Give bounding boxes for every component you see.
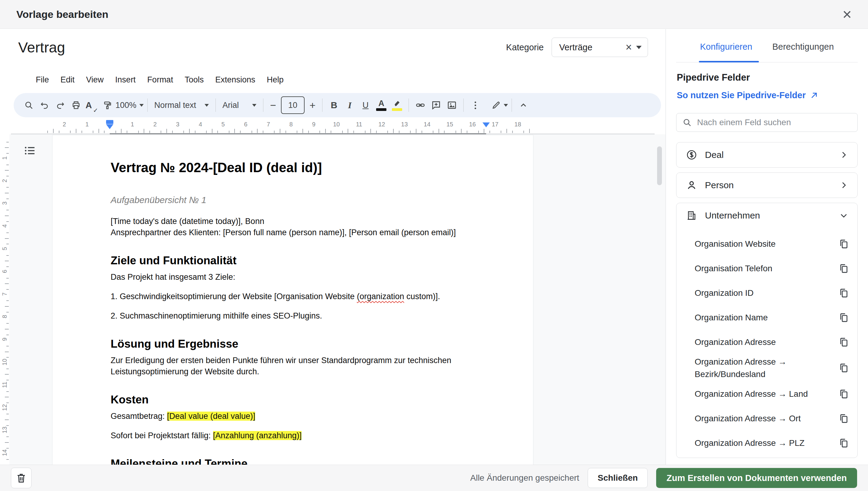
menu-item[interactable]: Extensions: [215, 75, 255, 85]
first-line-indent-marker[interactable]: [106, 124, 113, 129]
chevron-up-icon: [519, 100, 528, 110]
chevron-down-icon: [504, 104, 508, 107]
text-color-button[interactable]: A: [373, 96, 389, 114]
search-button[interactable]: [21, 96, 37, 114]
menu-item[interactable]: File: [36, 75, 49, 85]
field-row: Organisation Telefon: [676, 256, 858, 281]
font-size-input[interactable]: 10: [281, 96, 305, 114]
doc-heading-solution: Lösung und Ergebnisse: [111, 337, 488, 351]
menu-item[interactable]: Format: [147, 75, 173, 85]
sidebar-tabs: Konfigurieren Berechtigungen: [666, 29, 868, 62]
group-person-toggle[interactable]: Person: [676, 173, 858, 198]
copy-icon[interactable]: [839, 363, 849, 373]
vertical-ruler: 1234567891011121314: [0, 134, 9, 465]
right-indent-marker[interactable]: [483, 122, 490, 127]
clear-category-icon[interactable]: ×: [626, 42, 632, 53]
category-label: Kategorie: [506, 42, 544, 52]
tab-konfigurieren[interactable]: Konfigurieren: [699, 29, 753, 62]
group-label: Person: [705, 180, 831, 190]
copy-icon[interactable]: [839, 389, 849, 399]
show-outline-button[interactable]: [24, 145, 36, 157]
group-unternehmen-toggle[interactable]: Unternehmen: [676, 203, 858, 228]
spellcheck-button[interactable]: A ✓: [84, 96, 100, 114]
outline-list-icon: [24, 145, 36, 157]
search-icon: [683, 118, 692, 127]
spellcheck-icon: A: [85, 100, 92, 110]
copy-icon[interactable]: [839, 413, 849, 424]
print-button[interactable]: [68, 96, 84, 114]
toolbar-separator: [263, 98, 263, 112]
chevron-down-icon: [839, 211, 848, 220]
underline-button[interactable]: U: [358, 96, 373, 114]
left-indent-marker[interactable]: [106, 120, 113, 124]
menu-item[interactable]: Tools: [184, 75, 204, 85]
increase-font-size-button[interactable]: +: [307, 96, 319, 114]
editing-mode-button[interactable]: [492, 96, 508, 114]
category-value: Verträge: [559, 42, 621, 52]
collapse-toolbar-button[interactable]: [516, 96, 531, 114]
toolbar-separator: [215, 98, 216, 112]
doc-cost-deposit: Sofort bei Projektstart fällig: [Anzahlu…: [111, 430, 488, 441]
redo-icon: [56, 100, 65, 110]
highlighter-icon: [392, 99, 402, 111]
document-page[interactable]: Vertrag № 2024-[Deal ID (deal id)] Aufga…: [52, 135, 533, 465]
tab-berechtigungen[interactable]: Berechtigungen: [772, 29, 834, 62]
chevron-right-icon: [839, 181, 848, 190]
use-for-documents-button[interactable]: Zum Erstellen von Dokumenten verwenden: [656, 468, 857, 488]
menu-item[interactable]: Edit: [61, 75, 75, 85]
group-deal-toggle[interactable]: Deal: [676, 142, 858, 167]
paragraph-style-select[interactable]: Normal text: [151, 96, 212, 114]
paint-format-button[interactable]: [100, 96, 115, 114]
copy-icon[interactable]: [839, 313, 849, 323]
decrease-font-size-button[interactable]: −: [267, 96, 279, 114]
copy-icon[interactable]: [839, 239, 849, 249]
field-row: Organization ID: [676, 281, 858, 305]
undo-button[interactable]: [37, 96, 52, 114]
doc-heading-1: Vertrag № 2024-[Deal ID (deal id)]: [111, 160, 488, 175]
menu-item[interactable]: Insert: [115, 75, 136, 85]
chevron-down-icon[interactable]: [636, 46, 642, 49]
insert-link-button[interactable]: [412, 96, 428, 114]
field-search[interactable]: [676, 113, 858, 132]
menu-item[interactable]: View: [86, 75, 104, 85]
close-button[interactable]: Schließen: [588, 468, 648, 488]
vertical-scrollbar[interactable]: [657, 146, 662, 185]
horizontal-ruler: 21123456789101112131415161718: [0, 118, 666, 134]
copy-icon[interactable]: [839, 263, 849, 274]
font-select[interactable]: Arial: [220, 96, 259, 114]
delete-template-button[interactable]: [11, 468, 31, 488]
copy-icon[interactable]: [839, 337, 849, 347]
sidebar-panel: Konfigurieren Berechtigungen Pipedrive F…: [666, 29, 868, 465]
copy-icon[interactable]: [839, 438, 849, 448]
doc-subtitle: Aufgabenübersicht № 1: [111, 194, 488, 205]
doc-cost-total: Gesamtbetrag: [Deal value (deal value)]: [111, 411, 488, 422]
more-options-button[interactable]: [467, 96, 483, 114]
field-search-input[interactable]: [696, 117, 851, 127]
highlight-color-button[interactable]: [389, 96, 405, 114]
italic-button[interactable]: I: [342, 96, 358, 114]
insert-image-button[interactable]: [444, 96, 460, 114]
field-row: Organization Name: [676, 305, 858, 330]
deal-icon: [686, 149, 697, 160]
redo-button[interactable]: [52, 96, 68, 114]
zoom-select[interactable]: 100%: [115, 96, 144, 114]
field-label: Organization Adresse → PLZ: [695, 437, 833, 449]
chevron-down-icon: [139, 104, 144, 107]
kebab-icon: [474, 102, 476, 103]
close-icon[interactable]: ×: [843, 6, 851, 22]
text-color-icon: A: [376, 99, 386, 111]
group-card-unternehmen: Unternehmen Organisation Website Organis…: [676, 203, 858, 458]
document-canvas: 1234567891011121314 Vertrag № 2024-[Deal…: [0, 134, 666, 465]
copy-icon[interactable]: [839, 288, 849, 298]
pipedrive-fields-help-link[interactable]: So nutzen Sie Pipedrive-Felder: [677, 90, 818, 100]
bold-button[interactable]: B: [326, 96, 342, 114]
field-row: Organization Adresse → Bezirk/Bundesland: [676, 354, 858, 382]
category-select[interactable]: Verträge ×: [552, 37, 648, 57]
document-title-input[interactable]: Vertrag: [18, 39, 65, 56]
toolbar-separator: [147, 98, 148, 112]
highlighted-placeholder: [Deal value (deal value)]: [167, 412, 255, 421]
comment-add-icon: [431, 100, 441, 110]
add-comment-button[interactable]: [428, 96, 444, 114]
menu-item[interactable]: Help: [267, 75, 284, 85]
field-row: Organization Adresse → PLZ: [676, 431, 858, 455]
